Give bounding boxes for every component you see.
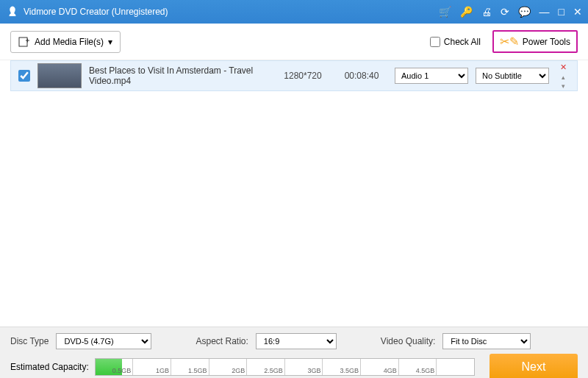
toolbar: Add Media File(s) ▾ Check All ✂✎ Power T… xyxy=(0,24,588,60)
close-icon[interactable]: ✕ xyxy=(573,6,582,18)
aspect-ratio-select[interactable]: 16:9 xyxy=(256,333,337,349)
check-all-box[interactable] xyxy=(430,37,440,47)
media-row[interactable]: Best Places to Visit In Amsterdam - Trav… xyxy=(10,60,578,91)
capacity-ticks: 0.5GB 1GB 1.5GB 2GB 2.5GB 3GB 3.5GB 4GB … xyxy=(96,359,474,375)
filename: Best Places to Visit In Amsterdam - Trav… xyxy=(89,65,270,86)
row-checkbox[interactable] xyxy=(18,70,30,82)
check-all[interactable]: Check All xyxy=(430,37,481,47)
video-thumbnail[interactable] xyxy=(37,63,82,88)
video-quality-label: Video Quality: xyxy=(381,336,436,346)
media-list: Best Places to Visit In Amsterdam - Trav… xyxy=(0,60,588,327)
move-up-icon[interactable]: ▴ xyxy=(562,74,565,81)
duration: 00:08:40 xyxy=(336,71,387,81)
power-tools-button[interactable]: ✂✎ Power Tools xyxy=(492,30,578,53)
power-tools-label: Power Tools xyxy=(523,37,570,47)
cart-icon[interactable]: 🛒 xyxy=(439,6,451,18)
audio-select[interactable]: Audio 1 xyxy=(395,68,468,84)
key-icon[interactable]: 🔑 xyxy=(460,6,473,18)
add-file-icon xyxy=(18,36,30,48)
tools-icon: ✂✎ xyxy=(500,35,519,49)
capacity-label: Estimated Capacity: xyxy=(10,362,89,372)
add-media-label: Add Media File(s) xyxy=(35,37,104,47)
disc-type-label: Disc Type xyxy=(10,336,49,346)
remove-icon[interactable]: ✕ xyxy=(560,63,567,72)
check-all-label: Check All xyxy=(444,37,481,47)
capacity-bar: 0.5GB 1GB 1.5GB 2GB 2.5GB 3GB 3.5GB 4GB … xyxy=(95,358,475,376)
titlebar: Vidmore DVD Creator (Unregistered) 🛒 🔑 🖨… xyxy=(0,0,588,24)
add-media-button[interactable]: Add Media File(s) ▾ xyxy=(10,31,121,53)
next-button[interactable]: Next xyxy=(490,354,578,378)
disc-type-select[interactable]: DVD-5 (4.7G) xyxy=(56,333,151,349)
resolution: 1280*720 xyxy=(277,71,329,81)
maximize-icon[interactable]: □ xyxy=(559,6,564,18)
print-icon[interactable]: 🖨 xyxy=(481,6,492,18)
titlebar-actions: 🛒 🔑 🖨 ⟳ 💬 — □ ✕ xyxy=(439,6,582,18)
minimize-icon[interactable]: — xyxy=(539,6,550,18)
dropdown-caret-icon: ▾ xyxy=(108,37,112,47)
feedback-icon[interactable]: 💬 xyxy=(518,6,531,18)
bottom-bar: Disc Type DVD-5 (4.7G) Aspect Ratio: 16:… xyxy=(0,327,588,378)
svg-rect-0 xyxy=(19,38,27,46)
app-title: Vidmore DVD Creator (Unregistered) xyxy=(24,7,439,17)
move-down-icon[interactable]: ▾ xyxy=(562,82,565,90)
settings-row: Disc Type DVD-5 (4.7G) Aspect Ratio: 16:… xyxy=(10,333,578,349)
aspect-ratio-label: Aspect Ratio: xyxy=(196,336,248,346)
subtitle-select[interactable]: No Subtitle xyxy=(476,68,549,84)
capacity-row: Estimated Capacity: 0.5GB 1GB 1.5GB 2GB … xyxy=(10,354,578,378)
refresh-icon[interactable]: ⟳ xyxy=(501,6,509,18)
video-quality-select[interactable]: Fit to Disc xyxy=(442,333,531,349)
app-logo-icon xyxy=(6,5,19,18)
row-controls: ✕ ▴ ▾ xyxy=(556,63,570,90)
